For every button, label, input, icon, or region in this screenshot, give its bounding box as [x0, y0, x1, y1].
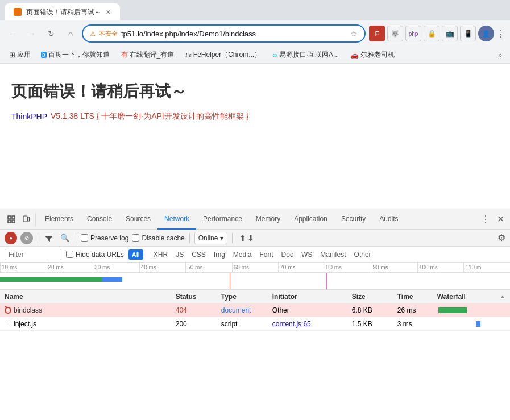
- active-tab[interactable]: 页面错误！请稍后再试～ ✕: [5, 3, 120, 20]
- record-button[interactable]: ●: [5, 232, 17, 244]
- toolbar-separator-2: [76, 233, 76, 243]
- devtools-close-btn[interactable]: ✕: [494, 214, 508, 224]
- filter-type-js[interactable]: JS: [172, 250, 187, 259]
- devtools-tab-elements[interactable]: Elements: [38, 209, 80, 230]
- devtools-icon-group: [2, 213, 36, 226]
- clear-button[interactable]: ⊘: [20, 232, 33, 244]
- tick-40ms: 40 ms: [139, 263, 186, 272]
- device-toolbar-icon[interactable]: [19, 213, 33, 226]
- tick-100ms: 100 ms: [417, 263, 464, 272]
- disable-cache-checkbox[interactable]: Disable cache: [132, 234, 184, 242]
- hide-data-urls-input[interactable]: [66, 251, 73, 258]
- timeline-line-pink: [326, 273, 327, 289]
- toolbar-separator-3: [189, 233, 190, 243]
- thinkphp-link[interactable]: ThinkPHP: [11, 112, 47, 121]
- filter-type-doc[interactable]: Doc: [278, 250, 297, 259]
- sort-arrow[interactable]: ▲: [500, 293, 505, 300]
- settings-gear-btn[interactable]: ⚙: [497, 232, 505, 243]
- timeline-chart: [0, 273, 510, 289]
- filter-type-img[interactable]: Img: [210, 250, 229, 259]
- row2-initiator: content.js:65: [272, 320, 352, 328]
- extension-icon-php[interactable]: php: [405, 26, 421, 41]
- filter-type-manifest[interactable]: Manifest: [317, 250, 349, 259]
- bookmark-erya[interactable]: 🚗 尔雅老司机: [346, 49, 399, 61]
- reload-button[interactable]: ↻: [43, 26, 59, 41]
- extension-icon-red[interactable]: F: [369, 26, 385, 41]
- all-filter-btn[interactable]: All: [128, 249, 143, 260]
- page-error-title: 页面错误！请稍后再试～: [11, 81, 499, 102]
- preserve-log-input[interactable]: [81, 234, 88, 242]
- timeline-bar-green: [0, 277, 102, 282]
- row2-time: 3 ms: [397, 320, 437, 328]
- preserve-log-checkbox[interactable]: Preserve log: [81, 234, 128, 242]
- header-initiator[interactable]: Initiator: [272, 293, 352, 301]
- tick-50ms: 50 ms: [185, 263, 232, 272]
- filter-type-css[interactable]: CSS: [188, 250, 209, 259]
- header-name[interactable]: Name: [5, 293, 176, 301]
- back-button[interactable]: ←: [5, 26, 20, 41]
- bookmark-yiyuan-label: 易源接口·互联网A...: [279, 50, 339, 60]
- row2-size: 1.5 KB: [352, 320, 397, 328]
- devtools-tab-audits[interactable]: Audits: [372, 209, 405, 230]
- network-row-injectjs[interactable]: inject.js 200 script content.js:65 1.5 K…: [0, 317, 510, 331]
- filter-type-ws[interactable]: WS: [298, 250, 316, 259]
- header-type[interactable]: Type: [221, 293, 272, 301]
- filter-type-xhr[interactable]: XHR: [150, 250, 171, 259]
- devtools-tab-application[interactable]: Application: [287, 209, 334, 230]
- devtools-tab-network[interactable]: Network: [157, 209, 196, 230]
- bookmark-baidu[interactable]: b 百度一下，你就知道: [36, 49, 114, 61]
- bookmark-yiyuan[interactable]: ∞ 易源接口·互联网A...: [268, 49, 343, 61]
- devtools-tab-memory[interactable]: Memory: [249, 209, 287, 230]
- row2-type: script: [221, 320, 272, 328]
- bookmark-star[interactable]: ☆: [350, 29, 358, 38]
- devtools-tab-performance[interactable]: Performance: [196, 209, 249, 230]
- disable-cache-input[interactable]: [132, 234, 139, 242]
- svg-rect-0: [8, 216, 11, 219]
- header-status[interactable]: Status: [176, 293, 221, 301]
- filter-input[interactable]: [5, 249, 61, 260]
- address-bar[interactable]: ⚠ 不安全 tp51.io/index.php/index/Demo1/bind…: [82, 24, 366, 43]
- bookmark-fehelper[interactable]: Fe FeHelper（Chrom...）: [181, 49, 266, 61]
- export-arrow[interactable]: ⬇: [247, 234, 254, 243]
- import-export-arrows: ⬆ ⬇: [239, 234, 254, 243]
- home-button[interactable]: ⌂: [63, 26, 78, 41]
- hide-data-urls-checkbox[interactable]: Hide data URLs: [66, 251, 124, 259]
- devtools-tab-console[interactable]: Console: [80, 209, 119, 230]
- row1-name: bindclass: [14, 306, 42, 314]
- header-waterfall-label: Waterfall: [437, 293, 466, 301]
- row2-name: inject.js: [14, 320, 36, 328]
- row2-checkbox: [5, 321, 11, 327]
- filter-toggle-btn[interactable]: [43, 232, 55, 244]
- filter-type-font[interactable]: Font: [256, 250, 277, 259]
- disable-cache-label: Disable cache: [142, 234, 184, 242]
- devtools-tab-sources[interactable]: Sources: [119, 209, 157, 230]
- user-avatar[interactable]: 👤: [478, 26, 494, 41]
- throttle-select[interactable]: Online ▾: [194, 232, 228, 244]
- bookmarks-more[interactable]: »: [496, 50, 504, 60]
- import-arrow[interactable]: ⬆: [239, 234, 246, 243]
- row2-initiator-link[interactable]: content.js:65: [272, 320, 311, 328]
- search-button[interactable]: 🔍: [59, 232, 71, 244]
- network-row-bindclass[interactable]: bindclass 404 document Other 6.8 KB 26 m…: [0, 303, 510, 317]
- forward-button[interactable]: →: [24, 26, 40, 41]
- tick-10ms: 10 ms: [0, 263, 47, 272]
- extension-icon-wolf[interactable]: 🐺: [387, 26, 403, 41]
- bookmarks-apps[interactable]: ⊞ 应用: [6, 49, 34, 61]
- header-size[interactable]: Size: [352, 293, 397, 301]
- extension-icon-phone[interactable]: 📱: [460, 26, 476, 41]
- timeline-ruler: 10 ms 20 ms 30 ms 40 ms 50 ms 60 ms 70 m…: [0, 263, 510, 273]
- filter-type-other[interactable]: Other: [351, 250, 375, 259]
- filter-type-media[interactable]: Media: [230, 250, 255, 259]
- more-menu-button[interactable]: ⋮: [496, 28, 505, 39]
- extension-icon-monitor[interactable]: 📺: [442, 26, 458, 41]
- tab-close-btn[interactable]: ✕: [106, 9, 111, 16]
- devtools-more-btn[interactable]: ⋮: [478, 214, 494, 224]
- inspect-icon[interactable]: [5, 213, 18, 226]
- header-time[interactable]: Time: [397, 293, 437, 301]
- devtools-toolbar: ● ⊘ 🔍 Preserve log Disable cache Online …: [0, 230, 510, 247]
- toolbar-icons: F 🐺 php 🔒 📺 📱 👤 ⋮: [369, 26, 505, 41]
- bookmark-youdao[interactable]: 有 在线翻译_有道: [117, 49, 179, 61]
- hide-data-urls-label: Hide data URLs: [76, 251, 124, 259]
- devtools-tab-security[interactable]: Security: [334, 209, 372, 230]
- extension-icon-lock[interactable]: 🔒: [424, 26, 439, 41]
